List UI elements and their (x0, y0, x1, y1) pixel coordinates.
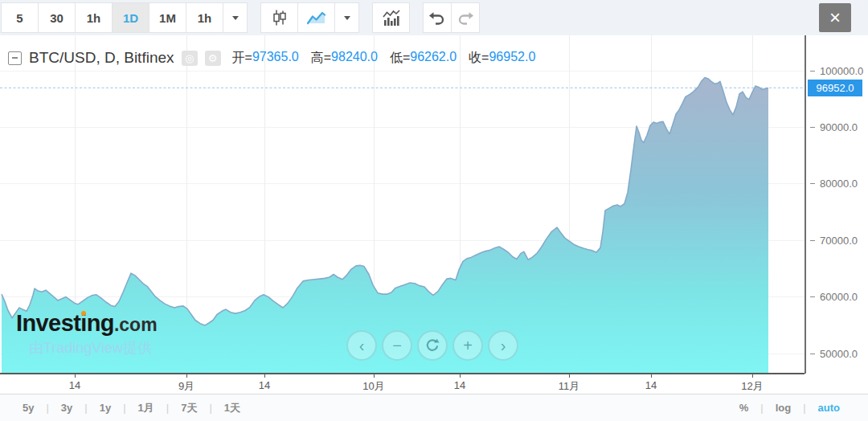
scale-percent[interactable]: % (733, 402, 761, 414)
time-axis-label: 14 (645, 379, 657, 391)
range-selector: 5y| 3y| 1y| 1月| 7天| 1天 (16, 401, 252, 415)
zoom-in-button[interactable]: + (452, 330, 483, 361)
interval-btn-2[interactable]: 1h (75, 2, 113, 33)
price-chart-plot[interactable] (0, 35, 805, 373)
time-axis-label: 9月 (178, 379, 194, 394)
time-axis-label: 11月 (559, 379, 580, 394)
time-axis-label: 14 (259, 379, 270, 391)
pan-left-button[interactable]: ‹ (346, 330, 377, 361)
chart-region[interactable]: BTC/USD, D, Bitfinex ◎ ⚙ 开=97365.0 高=982… (0, 35, 868, 394)
interval-btn-1[interactable]: 30 (38, 2, 76, 33)
gear-icon[interactable]: ⚙ (205, 51, 221, 66)
interval-button-group: 5 30 1h 1D 1M 1h (2, 2, 248, 33)
time-axis-label: 14 (454, 379, 465, 391)
redo-button[interactable] (451, 2, 480, 33)
ohlc-open: 开=97365.0 (232, 50, 299, 67)
current-price-badge: 96952.0 (808, 80, 862, 96)
time-axis-tick (651, 374, 652, 378)
chevron-down-icon (232, 16, 239, 20)
indicators-button-group (373, 2, 410, 33)
redo-icon (457, 10, 474, 26)
time-axis-label: 12月 (741, 379, 763, 394)
ohlc-readout: 开=97365.0 高=98240.0 低=96262.0 收=96952.0 (232, 50, 536, 67)
candlestick-chart-button[interactable] (260, 2, 298, 33)
symbol-title: BTC/USD, D, Bitfinex (29, 49, 174, 67)
zoom-out-button[interactable]: − (382, 330, 412, 361)
time-axis-label: 10月 (362, 379, 384, 394)
reset-view-button[interactable] (417, 330, 448, 361)
chart-type-dropdown-button[interactable] (334, 2, 359, 33)
price-axis-label: 60000.0 (810, 291, 858, 304)
chevron-down-icon (344, 16, 350, 20)
undo-button[interactable] (423, 2, 452, 33)
refresh-icon (424, 337, 440, 354)
candlestick-icon (271, 9, 289, 27)
time-axis-label: 14 (69, 379, 80, 391)
hide-series-icon[interactable]: ◎ (182, 51, 198, 66)
price-axis-label: 70000.0 (810, 234, 858, 247)
bottom-toolbar: 5y| 3y| 1y| 1月| 7天| 1天 %| log| auto (0, 394, 868, 421)
history-button-group (424, 2, 480, 33)
indicators-button[interactable] (372, 2, 410, 33)
time-axis[interactable]: 149月1410月1411月1412月 (0, 373, 805, 394)
interval-btn-5[interactable]: 1h (186, 2, 223, 33)
chart-nav-controls: ‹ − + › (346, 330, 518, 361)
interval-btn-3[interactable]: 1D (112, 2, 149, 33)
range-1month[interactable]: 1月 (126, 401, 166, 415)
price-axis-label: 50000.0 (810, 347, 858, 360)
range-7days[interactable]: 7天 (169, 401, 209, 415)
interval-btn-4[interactable]: 1M (149, 2, 186, 33)
time-axis-tick (460, 374, 461, 378)
chart-header: BTC/USD, D, Bitfinex ◎ ⚙ 开=97365.0 高=982… (8, 49, 535, 67)
time-axis-tick (75, 374, 76, 378)
close-button[interactable]: × (819, 3, 851, 32)
time-axis-tick (264, 374, 265, 378)
time-axis-tick (186, 374, 187, 378)
undo-icon (428, 10, 446, 26)
price-axis-label: 80000.0 (810, 178, 858, 190)
area-chart-icon (305, 10, 327, 26)
interval-dropdown-button[interactable] (223, 2, 248, 33)
scale-auto[interactable]: auto (806, 402, 852, 414)
range-1y[interactable]: 1y (88, 402, 123, 414)
range-3y[interactable]: 3y (49, 402, 84, 414)
price-axis[interactable]: 100000.090000.080000.070000.060000.05000… (805, 35, 868, 374)
time-axis-tick (569, 374, 570, 378)
pan-right-button[interactable]: › (488, 330, 518, 361)
range-5y[interactable]: 5y (16, 402, 46, 414)
time-axis-tick (752, 374, 753, 378)
indicators-icon (382, 9, 401, 27)
area-chart-button[interactable] (297, 2, 335, 33)
collapse-icon[interactable] (8, 51, 22, 65)
ohlc-high: 高=98240.0 (311, 50, 378, 67)
interval-btn-0[interactable]: 5 (1, 2, 39, 33)
time-axis-tick (374, 374, 375, 378)
price-axis-label: 90000.0 (810, 121, 858, 133)
scale-selector: %| log| auto (733, 402, 852, 414)
minus-glyph (12, 57, 18, 59)
scale-log[interactable]: log (764, 402, 804, 414)
top-toolbar: 5 30 1h 1D 1M 1h (0, 0, 868, 35)
chart-type-button-group (261, 2, 359, 33)
range-1day[interactable]: 1天 (212, 401, 252, 415)
ohlc-close: 收=96952.0 (469, 50, 535, 67)
price-axis-label: 100000.0 (810, 64, 863, 77)
ohlc-low: 低=96262.0 (390, 50, 457, 67)
